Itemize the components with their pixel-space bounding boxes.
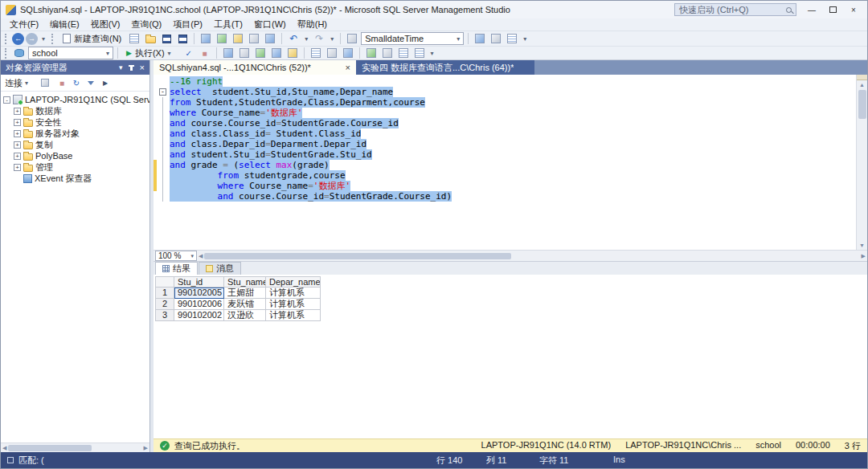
toolbar-overflow-icon[interactable]: ▾ bbox=[521, 32, 529, 46]
options-icon[interactable] bbox=[489, 32, 503, 46]
menu-item[interactable]: 查询(Q) bbox=[125, 18, 167, 31]
quick-launch-input[interactable]: 快速启动 (Ctrl+Q) bbox=[674, 3, 796, 16]
grid-column-header[interactable]: Depar_name bbox=[266, 276, 321, 288]
code-line[interactable]: and student.Stu_id=StudentGrade.Stu_id bbox=[154, 149, 856, 160]
row-number-cell[interactable]: 3 bbox=[155, 310, 174, 321]
tree-item[interactable]: +复制 bbox=[1, 139, 149, 150]
code-line[interactable]: from Student,StudentGrade,Class,Deparmen… bbox=[154, 97, 856, 108]
tree-item[interactable]: XEvent 探查器 bbox=[1, 173, 149, 184]
scroll-left-icon[interactable]: ◀ bbox=[2, 445, 6, 451]
refresh-icon[interactable]: ↻ bbox=[72, 76, 81, 90]
datatype-combo[interactable]: SmalldateTime ▾ bbox=[361, 32, 464, 45]
intellisense-icon[interactable] bbox=[253, 47, 268, 60]
code-area[interactable]: --16 right-select student.Stu_id,Stu_nam… bbox=[154, 75, 856, 250]
maximize-button[interactable] bbox=[822, 2, 843, 18]
activity-monitor-icon[interactable] bbox=[263, 32, 277, 46]
tree-item[interactable]: +服务器对象 bbox=[1, 128, 149, 139]
query-options-icon[interactable] bbox=[237, 47, 252, 60]
code-line[interactable]: and class.Class_id= Student.Class_id bbox=[154, 128, 856, 139]
editor-vscrollbar[interactable]: ▲ ▼ bbox=[856, 75, 867, 250]
analysis-query-icon[interactable] bbox=[199, 32, 213, 46]
actual-plan-icon[interactable] bbox=[269, 47, 284, 60]
tree-expander-icon[interactable]: + bbox=[14, 141, 21, 149]
window-layout-icon[interactable] bbox=[505, 32, 519, 46]
stop-icon[interactable]: ■ bbox=[57, 76, 67, 90]
row-number-cell[interactable]: 2 bbox=[155, 299, 174, 310]
code-line[interactable]: and course.Course_id=StudentGrade.Course… bbox=[154, 191, 856, 202]
toolbar-grip[interactable] bbox=[51, 34, 55, 44]
code-line[interactable]: and grade = (select max(grade) bbox=[154, 160, 856, 170]
mdx-query-icon[interactable] bbox=[215, 32, 229, 46]
find-icon[interactable] bbox=[345, 32, 359, 46]
menu-item[interactable]: 文件(F) bbox=[4, 18, 44, 31]
tree-expander-icon[interactable]: + bbox=[14, 130, 21, 137]
tree-item[interactable]: +安全性 bbox=[1, 116, 149, 128]
row-number-cell[interactable]: 1 bbox=[155, 288, 174, 299]
results-to-text-icon[interactable] bbox=[309, 47, 323, 60]
grid-corner-cell[interactable] bbox=[155, 276, 174, 288]
grid-cell[interactable]: 汉逊欣 bbox=[224, 310, 266, 321]
scrollbar-thumb[interactable] bbox=[8, 445, 92, 451]
code-line[interactable]: where Course_name='数据库' bbox=[154, 181, 856, 191]
scroll-down-icon[interactable]: ▼ bbox=[859, 241, 865, 250]
code-line[interactable]: --16 right bbox=[154, 76, 856, 87]
grid-cell[interactable]: 计算机系 bbox=[266, 299, 321, 310]
estimated-plan-icon[interactable] bbox=[221, 47, 235, 60]
tree-item[interactable]: +管理 bbox=[1, 161, 149, 173]
grid-cell[interactable]: 计算机系 bbox=[266, 310, 321, 321]
grid-cell[interactable]: 990102005 bbox=[174, 288, 224, 299]
grid-cell[interactable]: 990102006 bbox=[174, 299, 224, 310]
execute-button[interactable]: ▶ 执行(X) ▾ bbox=[122, 47, 180, 60]
grid-column-header[interactable]: Stu_id bbox=[174, 276, 224, 288]
scroll-right-icon[interactable]: ▶ bbox=[144, 445, 148, 451]
sql-editor[interactable]: --16 right-select student.Stu_id,Stu_nam… bbox=[154, 75, 867, 250]
grid-cell[interactable]: 计算机系 bbox=[266, 288, 321, 299]
close-button[interactable]: × bbox=[843, 2, 864, 18]
window-position-icon[interactable]: ▾ bbox=[119, 63, 123, 71]
scrollbar-thumb[interactable] bbox=[204, 253, 511, 259]
zoom-combo[interactable]: 100 % ▾ bbox=[155, 251, 197, 261]
minimize-button[interactable]: — bbox=[801, 2, 822, 18]
editor-tab[interactable]: 实验四 数据库查询语言...C\Chris (64))* bbox=[356, 60, 534, 75]
results-to-file-icon[interactable] bbox=[341, 47, 355, 60]
redo-dropdown-icon[interactable]: ▾ bbox=[328, 32, 336, 46]
results-to-grid-icon[interactable] bbox=[325, 47, 339, 60]
tree-expander-icon[interactable]: + bbox=[14, 153, 21, 160]
code-line[interactable]: where Course_name='数据库' bbox=[154, 108, 856, 118]
save-icon[interactable] bbox=[159, 32, 174, 46]
code-line[interactable]: -select student.Stu_id,Stu_name,Depar_na… bbox=[154, 87, 856, 97]
save-all-icon[interactable] bbox=[175, 32, 190, 46]
open-file-icon[interactable] bbox=[143, 32, 158, 46]
grid-cell[interactable]: 麦跃镭 bbox=[224, 299, 266, 310]
tree-item[interactable]: -LAPTOP-JR91Q1NC (SQL Server 14.0. bbox=[1, 94, 149, 105]
database-engine-query-icon[interactable] bbox=[127, 32, 141, 46]
scrollbar-thumb[interactable] bbox=[858, 90, 866, 119]
database-combo[interactable]: school ▾ bbox=[28, 47, 113, 59]
tree-item[interactable]: +PolyBase bbox=[1, 150, 149, 161]
tree-expander-icon[interactable]: - bbox=[3, 96, 10, 104]
menu-item[interactable]: 帮助(H) bbox=[292, 18, 333, 31]
uncomment-icon[interactable] bbox=[380, 47, 395, 60]
menu-item[interactable]: 项目(P) bbox=[167, 18, 208, 31]
grid-column-header[interactable]: Stu_name bbox=[224, 276, 266, 288]
tab-messages[interactable]: 消息 bbox=[199, 262, 241, 275]
pin-icon[interactable] bbox=[130, 65, 133, 71]
xmla-query-icon[interactable] bbox=[247, 32, 261, 46]
fold-collapse-icon[interactable]: - bbox=[159, 88, 166, 96]
code-line[interactable]: from studentgrade,course bbox=[154, 170, 856, 181]
undo-dropdown-icon[interactable]: ▾ bbox=[302, 32, 310, 46]
grid-cell[interactable]: 990102002 bbox=[174, 310, 224, 321]
connect-button[interactable]: 连接 ▾ bbox=[5, 77, 33, 89]
toolbar-grip[interactable] bbox=[5, 34, 8, 44]
toolbar-overflow-icon[interactable]: ▾ bbox=[428, 47, 436, 60]
filter-icon[interactable] bbox=[86, 76, 96, 90]
toolbar-grip[interactable] bbox=[5, 48, 8, 59]
menu-item[interactable]: 工具(T) bbox=[208, 18, 248, 31]
parse-icon[interactable]: ✓ bbox=[182, 47, 196, 60]
outdent-icon[interactable] bbox=[396, 47, 411, 60]
indent-icon[interactable] bbox=[412, 47, 427, 60]
scroll-up-icon[interactable]: ▲ bbox=[859, 80, 865, 89]
client-statistics-icon[interactable] bbox=[285, 47, 300, 60]
tab-results[interactable]: 结果 bbox=[155, 262, 198, 275]
panel-close-icon[interactable]: × bbox=[140, 63, 145, 72]
